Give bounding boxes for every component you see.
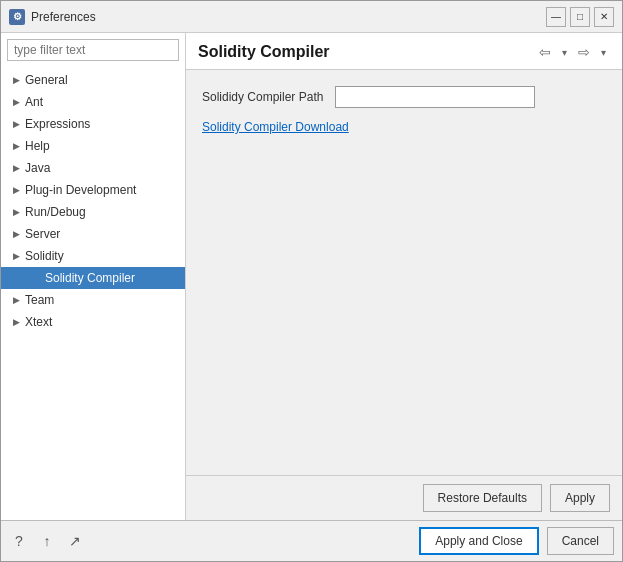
nav-back-button[interactable]: ⇦ xyxy=(534,41,556,63)
chevron-right-icon: ▶ xyxy=(9,227,23,241)
close-button[interactable]: ✕ xyxy=(594,7,614,27)
sidebar-item-label: Solidity Compiler xyxy=(45,271,135,285)
compiler-path-input[interactable] xyxy=(335,86,535,108)
forward-arrow-icon: ⇨ xyxy=(578,44,590,60)
sidebar-item-plugin-dev[interactable]: ▶ Plug-in Development xyxy=(1,179,185,201)
apply-button[interactable]: Apply xyxy=(550,484,610,512)
action-button-bar: Restore Defaults Apply xyxy=(186,475,622,520)
sidebar-item-solidity[interactable]: ▶ Solidity xyxy=(1,245,185,267)
sidebar-item-general[interactable]: ▶ General xyxy=(1,69,185,91)
sidebar-item-run-debug[interactable]: ▶ Run/Debug xyxy=(1,201,185,223)
sidebar-item-help[interactable]: ▶ Help xyxy=(1,135,185,157)
sidebar-item-label: Expressions xyxy=(25,117,90,131)
cancel-button[interactable]: Cancel xyxy=(547,527,614,555)
import-icon[interactable]: ↑ xyxy=(37,531,57,551)
chevron-right-icon: ▶ xyxy=(9,315,23,329)
main-panel: Solidity Compiler ⇦ ▾ ⇨ ▾ Solididy Compi… xyxy=(186,33,622,520)
chevron-right-icon: ▶ xyxy=(9,249,23,263)
chevron-right-icon: ▶ xyxy=(9,95,23,109)
chevron-right-icon: ▶ xyxy=(9,139,23,153)
sidebar-item-expressions[interactable]: ▶ Expressions xyxy=(1,113,185,135)
sidebar-item-solidity-compiler[interactable]: Solidity Compiler xyxy=(1,267,185,289)
apply-and-close-button[interactable]: Apply and Close xyxy=(419,527,538,555)
sidebar-item-java[interactable]: ▶ Java xyxy=(1,157,185,179)
download-link-row: Solidity Compiler Download xyxy=(202,120,606,134)
compiler-download-link[interactable]: Solidity Compiler Download xyxy=(202,120,349,134)
chevron-right-icon: ▶ xyxy=(9,161,23,175)
nav-back-dropdown-button[interactable]: ▾ xyxy=(558,44,571,61)
sidebar-item-label: Server xyxy=(25,227,60,241)
sidebar-item-ant[interactable]: ▶ Ant xyxy=(1,91,185,113)
app-icon: ⚙ xyxy=(9,9,25,25)
sidebar-item-team[interactable]: ▶ Team xyxy=(1,289,185,311)
restore-defaults-button[interactable]: Restore Defaults xyxy=(423,484,542,512)
preferences-window: ⚙ Preferences — □ ✕ ▶ General ▶ Ant xyxy=(0,0,623,562)
chevron-right-icon: ▶ xyxy=(9,117,23,131)
panel-nav-buttons: ⇦ ▾ ⇨ ▾ xyxy=(534,41,610,63)
chevron-right-icon: ▶ xyxy=(9,183,23,197)
sidebar-item-label: General xyxy=(25,73,68,87)
nav-forward-button[interactable]: ⇨ xyxy=(573,41,595,63)
footer-bar: ? ↑ ↗ Apply and Close Cancel xyxy=(1,520,622,561)
chevron-right-icon: ▶ xyxy=(9,73,23,87)
compiler-path-label: Solididy Compiler Path xyxy=(202,90,323,104)
sidebar-item-server[interactable]: ▶ Server xyxy=(1,223,185,245)
chevron-placeholder xyxy=(29,271,43,285)
nav-forward-dropdown-button[interactable]: ▾ xyxy=(597,44,610,61)
help-icon[interactable]: ? xyxy=(9,531,29,551)
panel-content: Solididy Compiler Path Solidity Compiler… xyxy=(186,70,622,475)
minimize-button[interactable]: — xyxy=(546,7,566,27)
panel-header: Solidity Compiler ⇦ ▾ ⇨ ▾ xyxy=(186,33,622,70)
window-controls: — □ ✕ xyxy=(546,7,614,27)
sidebar-item-label: Solidity xyxy=(25,249,64,263)
titlebar: ⚙ Preferences — □ ✕ xyxy=(1,1,622,33)
sidebar-item-label: Xtext xyxy=(25,315,52,329)
chevron-right-icon: ▶ xyxy=(9,205,23,219)
sidebar-item-label: Plug-in Development xyxy=(25,183,136,197)
compiler-path-row: Solididy Compiler Path xyxy=(202,86,606,108)
back-arrow-icon: ⇦ xyxy=(539,44,551,60)
filter-input[interactable] xyxy=(7,39,179,61)
sidebar: ▶ General ▶ Ant ▶ Expressions ▶ Help xyxy=(1,33,186,520)
export-icon[interactable]: ↗ xyxy=(65,531,85,551)
chevron-right-icon: ▶ xyxy=(9,293,23,307)
sidebar-item-label: Java xyxy=(25,161,50,175)
sidebar-item-label: Help xyxy=(25,139,50,153)
sidebar-item-label: Team xyxy=(25,293,54,307)
maximize-button[interactable]: □ xyxy=(570,7,590,27)
content-area: ▶ General ▶ Ant ▶ Expressions ▶ Help xyxy=(1,33,622,520)
window-title: Preferences xyxy=(31,10,546,24)
sidebar-item-xtext[interactable]: ▶ Xtext xyxy=(1,311,185,333)
tree-area: ▶ General ▶ Ant ▶ Expressions ▶ Help xyxy=(1,67,185,520)
footer-right-buttons: Apply and Close Cancel xyxy=(419,527,614,555)
sidebar-item-label: Run/Debug xyxy=(25,205,86,219)
sidebar-item-label: Ant xyxy=(25,95,43,109)
panel-title: Solidity Compiler xyxy=(198,43,330,61)
